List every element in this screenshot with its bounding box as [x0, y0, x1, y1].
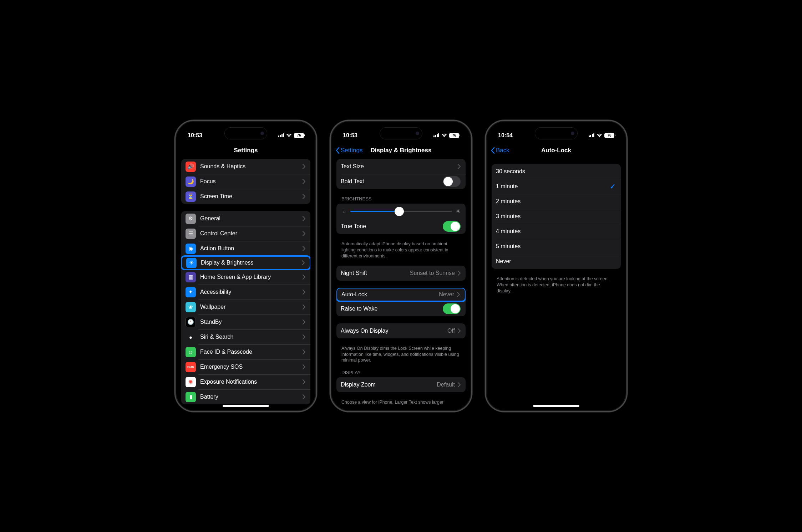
status-time: 10:53 — [343, 132, 357, 139]
auto-lock-option[interactable]: 5 minutes — [492, 239, 621, 254]
settings-row-standby[interactable]: 🕐StandBy — [181, 314, 310, 329]
wifi-icon — [286, 133, 292, 138]
auto-lock-option[interactable]: 30 seconds — [492, 164, 621, 179]
chevron-right-icon — [303, 194, 305, 199]
option-label: 30 seconds — [496, 168, 616, 175]
auto-lock-option[interactable]: 3 minutes — [492, 209, 621, 224]
cellular-icon — [589, 133, 595, 137]
accessibility-icon: ✦ — [186, 287, 196, 297]
raise-to-wake-row[interactable]: Raise to Wake — [336, 301, 466, 316]
auto-lock-row[interactable]: Auto-Lock Never — [336, 288, 466, 302]
option-label: 1 minute — [496, 183, 610, 190]
auto-lock-option[interactable]: 1 minute✓ — [492, 179, 621, 194]
text-size-row[interactable]: Text Size — [336, 159, 466, 174]
option-label: 2 minutes — [496, 198, 616, 205]
wifi-icon — [597, 133, 602, 138]
row-label: Exposure Notifications — [200, 379, 303, 385]
settings-row-general[interactable]: ⚙General — [181, 211, 310, 226]
row-label: Home Screen & App Library — [200, 274, 303, 280]
settings-row-sounds-haptics[interactable]: 🔊Sounds & Haptics — [181, 159, 310, 174]
battery-icon: 76 — [449, 133, 459, 138]
auto-lock-option[interactable]: 2 minutes — [492, 194, 621, 209]
back-label: Settings — [341, 147, 362, 154]
display-zoom-row[interactable]: Display Zoom Default — [336, 377, 466, 392]
row-label: Focus — [200, 178, 303, 185]
display-zoom-label: Display Zoom — [341, 382, 437, 388]
display-header: DISPLAY — [341, 370, 461, 375]
chevron-right-icon — [303, 246, 305, 251]
settings-row-exposure-notifications[interactable]: ✺Exposure Notifications — [181, 374, 310, 389]
true-tone-toggle[interactable] — [443, 221, 461, 232]
chevron-right-icon — [458, 328, 461, 333]
settings-row-wallpaper[interactable]: ❀Wallpaper — [181, 300, 310, 314]
chevron-right-icon — [303, 394, 305, 399]
phone-auto-lock: 10:54 76 Back Auto-Lock 30 seconds1 minu… — [485, 120, 628, 412]
always-on-footer: Always On Display dims the Lock Screen w… — [341, 346, 461, 364]
brightness-slider[interactable] — [350, 211, 452, 212]
settings-row-emergency-sos[interactable]: SOSEmergency SOS — [181, 359, 310, 374]
settings-row-screen-time[interactable]: ⏳Screen Time — [181, 189, 310, 204]
wifi-icon — [441, 133, 447, 138]
auto-lock-label: Auto-Lock — [341, 291, 439, 298]
chevron-right-icon — [303, 364, 305, 369]
chevron-right-icon — [302, 260, 305, 265]
chevron-right-icon — [458, 382, 461, 387]
chevron-right-icon — [303, 379, 305, 384]
settings-row-action-button[interactable]: ◉Action Button — [181, 241, 310, 256]
dynamic-island — [380, 127, 422, 139]
page-title: Auto-Lock — [541, 147, 571, 154]
raise-to-wake-toggle[interactable] — [443, 303, 461, 314]
chevron-right-icon — [458, 164, 461, 169]
night-shift-label: Night Shift — [341, 270, 410, 276]
nav-bar: Settings — [177, 142, 315, 159]
bold-text-toggle[interactable] — [443, 176, 461, 187]
chevron-right-icon — [303, 349, 305, 354]
settings-row-home-screen-app-library[interactable]: ▦Home Screen & App Library — [181, 270, 310, 285]
brightness-slider-row[interactable]: ☼ ☀ — [336, 204, 466, 219]
phone-settings: 10:53 76 Settings 🔊Sounds & Haptics🌙Focu… — [174, 120, 317, 412]
night-shift-row[interactable]: Night Shift Sunset to Sunrise — [336, 266, 466, 281]
faceid-icon: ☺ — [186, 347, 196, 357]
back-button[interactable]: Back — [491, 147, 509, 154]
sos-icon: SOS — [186, 362, 196, 372]
settings-row-focus[interactable]: 🌙Focus — [181, 174, 310, 189]
true-tone-row[interactable]: True Tone — [336, 219, 466, 234]
lock-group: Auto-Lock Never Raise to Wake — [336, 288, 466, 316]
chevron-right-icon — [303, 164, 305, 169]
nav-bar: Settings Display & Brightness — [332, 142, 470, 159]
night-shift-value: Sunset to Sunrise — [410, 270, 455, 276]
nav-bar: Back Auto-Lock — [487, 142, 625, 159]
dynamic-island — [535, 127, 578, 139]
settings-row-control-center[interactable]: ☰Control Center — [181, 226, 310, 241]
settings-row-battery[interactable]: ▮Battery — [181, 389, 310, 404]
back-button[interactable]: Settings — [336, 147, 362, 154]
row-label: Siri & Search — [200, 334, 303, 340]
brightness-header: BRIGHTNESS — [341, 196, 461, 201]
status-time: 10:54 — [498, 132, 513, 139]
settings-row-siri-search[interactable]: ●Siri & Search — [181, 329, 310, 344]
chevron-right-icon — [303, 275, 305, 280]
settings-row-display-brightness[interactable]: ☀Display & Brightness — [181, 255, 310, 270]
chevron-right-icon — [303, 290, 305, 295]
settings-group-1: 🔊Sounds & Haptics🌙Focus⏳Screen Time — [181, 159, 310, 204]
chevron-right-icon — [303, 319, 305, 324]
settings-row-accessibility[interactable]: ✦Accessibility — [181, 285, 310, 300]
row-label: Sounds & Haptics — [200, 163, 303, 170]
sun-large-icon: ☀ — [456, 208, 461, 215]
phone-display-brightness: 10:53 76 Settings Display & Brightness T… — [330, 120, 472, 412]
chevron-right-icon — [303, 179, 305, 184]
dynamic-island — [224, 127, 267, 139]
home-indicator[interactable] — [533, 405, 579, 407]
always-on-row[interactable]: Always On Display Off — [336, 323, 466, 338]
home-indicator[interactable] — [223, 405, 269, 407]
battery-icon: ▮ — [186, 392, 196, 402]
chevron-right-icon — [457, 292, 460, 297]
bold-text-row[interactable]: Bold Text — [336, 174, 466, 189]
auto-lock-option[interactable]: 4 minutes — [492, 224, 621, 239]
auto-lock-option[interactable]: Never — [492, 254, 621, 269]
siri-icon: ● — [186, 332, 196, 342]
settings-row-face-id-passcode[interactable]: ☺Face ID & Passcode — [181, 344, 310, 359]
option-label: 5 minutes — [496, 243, 616, 250]
row-label: Action Button — [200, 245, 303, 252]
chevron-right-icon — [303, 334, 305, 339]
